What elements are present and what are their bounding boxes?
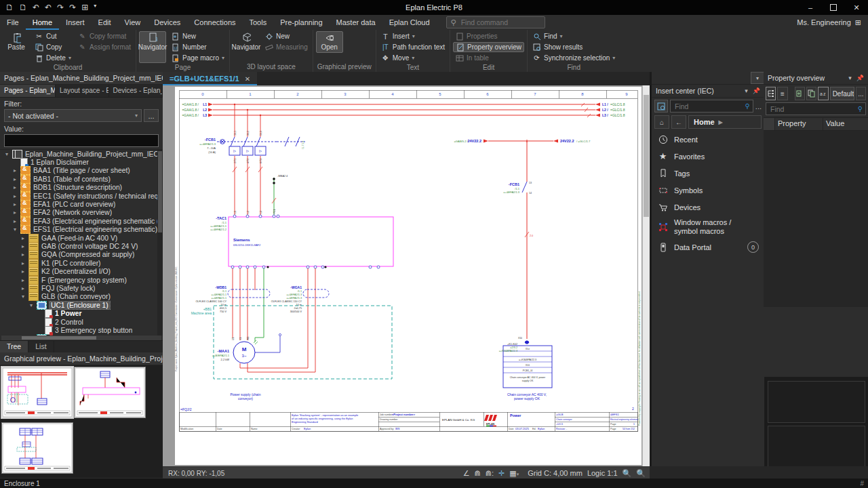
- tree-row[interactable]: ▾Eplan_Machine_Building_Project_mm_IEC: [0, 150, 163, 158]
- schematic-page[interactable]: 0 1 2 3 4 5 6 7 8 9 =GAA/1.8 / L1 =GAA/1: [175, 87, 642, 465]
- tree-row[interactable]: ▸GAB (Control voltage DC 24 V): [0, 242, 163, 250]
- paste-properties-icon[interactable]: [806, 87, 816, 100]
- menu-insert[interactable]: Insert: [59, 15, 92, 30]
- preview-open-button[interactable]: Open: [316, 31, 343, 53]
- undo-icon[interactable]: ↶: [33, 3, 39, 12]
- canvas-vertical-scrollbar[interactable]: [642, 85, 650, 466]
- magnet-icon[interactable]: ⋒: [475, 469, 481, 478]
- tab-layout-space[interactable]: Layout space - Epl...: [56, 85, 109, 97]
- pin-icon[interactable]: 📌: [856, 75, 864, 81]
- breadcrumb[interactable]: Home ▶: [688, 115, 762, 129]
- tree-vertical-scrollbar[interactable]: [157, 150, 163, 336]
- editor-tab[interactable]: =GLB+UC1&EFS1/1 ✕: [163, 72, 257, 85]
- maa1-motor[interactable]: M 3~ U1 V1 W1 -MAA1 =+B/EPA2/1.1 2,2 kW: [212, 333, 281, 363]
- scheme-select[interactable]: Default▾: [830, 87, 854, 100]
- find-button[interactable]: Find▾: [530, 31, 617, 41]
- undo-list-icon[interactable]: ↶: [45, 3, 52, 12]
- magnet-snap-icon[interactable]: ⋒:: [486, 469, 494, 478]
- zoom-out-icon[interactable]: 🔍: [623, 469, 632, 478]
- menu-tools[interactable]: Tools: [243, 15, 274, 30]
- synchronize-selection-button[interactable]: ⟳Synchronize selection▾: [530, 53, 617, 63]
- thumbnail-page-1[interactable]: [2, 367, 73, 418]
- property-search[interactable]: ⚲: [766, 102, 866, 115]
- crosshair-icon[interactable]: ✛: [498, 469, 505, 478]
- menu-eplan-cloud[interactable]: Eplan Cloud: [382, 15, 437, 30]
- page-macro-button[interactable]: Page macro▾: [169, 53, 226, 63]
- tree-tab[interactable]: Tree: [0, 341, 28, 352]
- user-name[interactable]: Ms. Engineering: [797, 18, 851, 26]
- home-icon[interactable]: ⌂: [654, 115, 669, 129]
- tree-view-icon[interactable]: [766, 87, 776, 100]
- panel-collapse-icon[interactable]: ▾: [751, 72, 764, 84]
- zoom-in-icon[interactable]: 🔍: [636, 469, 646, 478]
- property-search-input[interactable]: [769, 104, 833, 114]
- tree-row[interactable]: 2 Control: [0, 318, 163, 326]
- move-button[interactable]: ✥Move▾: [379, 53, 447, 63]
- text-insert-button[interactable]: TInsert▾: [379, 31, 447, 41]
- pin-icon[interactable]: 📌: [753, 87, 760, 94]
- thumbnail-page-3[interactable]: [2, 423, 73, 473]
- insert-item-symbols[interactable]: Symbols: [652, 182, 764, 199]
- page-new-button[interactable]: New: [169, 31, 226, 41]
- insert-center-search[interactable]: ⚲: [670, 100, 753, 113]
- user-window-icon[interactable]: ⊞: [855, 18, 861, 27]
- snap-angle-icon[interactable]: ∠: [463, 469, 470, 478]
- insert-item-data-portal[interactable]: Data Portal 0: [652, 239, 764, 256]
- tab-devices[interactable]: Devices - Eplan_M...: [109, 85, 163, 97]
- tree-row[interactable]: ▸GAA (Feed-in AC 400 V): [0, 234, 163, 242]
- in-table-button[interactable]: In table: [453, 53, 524, 63]
- menu-connections[interactable]: Connections: [187, 15, 242, 30]
- menu-view[interactable]: View: [118, 15, 148, 30]
- close-button[interactable]: ✕: [845, 0, 868, 15]
- qat-more-icon[interactable]: ▾: [94, 3, 96, 12]
- thumbnail-page-2[interactable]: [75, 367, 145, 418]
- panel-menu-icon[interactable]: ▾: [745, 87, 748, 94]
- tree-row[interactable]: ▸K2 (Decentralized I/O): [0, 267, 163, 275]
- fcb1-right-contact[interactable]: 13 14 -FCB1 /1.1 =+&EFA2/1.3 2.0: [503, 141, 533, 339]
- tree-row[interactable]: ▸K1 (PLC controller): [0, 259, 163, 267]
- copy-format-button[interactable]: ✎Copy format: [76, 31, 133, 41]
- property-overview-button[interactable]: Property overview: [453, 42, 524, 52]
- pot-24v[interactable]: =GAB/5.2 / 24V22.2 24V22.2 / =GLC/1.7: [454, 139, 591, 143]
- measuring-button[interactable]: Measuring: [262, 42, 310, 52]
- back-icon[interactable]: ←: [671, 115, 686, 129]
- find-command-box[interactable]: ⚲: [446, 16, 545, 28]
- sort-icon[interactable]: az: [818, 87, 828, 100]
- scheme-more-button[interactable]: ...: [856, 87, 866, 100]
- tree-row-selected[interactable]: ▾UC1 (Enclosure 1): [0, 301, 163, 309]
- tree-row[interactable]: ▾GLB (Chain conveyor): [0, 293, 163, 301]
- new-page-icon[interactable]: 🗋: [5, 3, 14, 12]
- menu-pre-planning[interactable]: Pre-planning: [273, 15, 329, 30]
- tree-row[interactable]: ▸F (Emergency stop system): [0, 276, 163, 284]
- tab-close-icon[interactable]: ✕: [245, 75, 250, 83]
- value-input[interactable]: [4, 134, 159, 147]
- copy-button[interactable]: Copy: [33, 42, 73, 52]
- paste-button[interactable]: Paste: [3, 31, 30, 63]
- redo-icon[interactable]: ↷: [57, 3, 64, 12]
- fcb1-breaker-symbol[interactable]: I> I> I> 1/L1 3/L2 5/L3 2/T1 4/T2 6/T3 -…: [199, 131, 305, 163]
- assign-format-button[interactable]: ✎Assign format: [76, 42, 133, 52]
- insert-item-tags[interactable]: Tags: [652, 165, 764, 182]
- filter-select[interactable]: - Not activated -▾: [4, 109, 142, 122]
- tab-pages[interactable]: Pages - Eplan_Mac...: [0, 85, 56, 97]
- find-command-input[interactable]: [460, 18, 530, 27]
- list-tab[interactable]: List: [28, 341, 54, 352]
- cut-button[interactable]: ✂Cut: [33, 31, 73, 41]
- window-layout-icon[interactable]: ⊞: [81, 3, 88, 12]
- insert-item-favorites[interactable]: ★ Favorites: [652, 148, 764, 165]
- page-navigator-button[interactable]: Navigator: [139, 31, 166, 63]
- menu-devices[interactable]: Devices: [147, 15, 187, 30]
- minimize-button[interactable]: –: [799, 0, 822, 15]
- delete-button[interactable]: Delete▾: [33, 53, 73, 63]
- 3d-new-button[interactable]: New: [262, 31, 310, 41]
- path-function-text-button[interactable]: |TPath function text: [379, 42, 447, 52]
- tree-row-current-page[interactable]: 1 Power: [0, 309, 163, 317]
- filter-more-button[interactable]: ...: [144, 109, 159, 122]
- property-table-body[interactable]: [764, 131, 868, 307]
- redo-list-icon[interactable]: ↷: [69, 3, 76, 12]
- page-number-button[interactable]: 12Number: [169, 42, 226, 52]
- panel-menu-icon[interactable]: ▾: [848, 75, 852, 81]
- menu-file[interactable]: File: [0, 15, 26, 30]
- grid-icon[interactable]: ▦▾: [509, 469, 519, 478]
- show-results-button[interactable]: Show results: [530, 42, 617, 52]
